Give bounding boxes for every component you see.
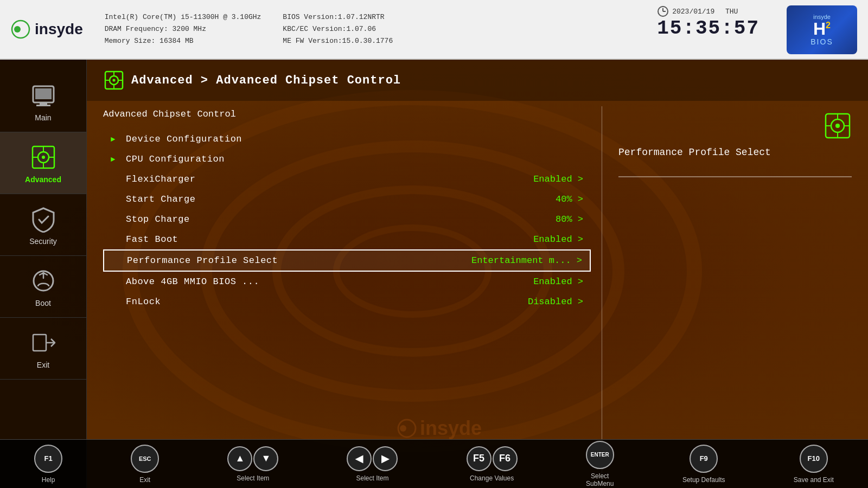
breadcrumb-icon (103, 69, 125, 91)
sidebar-item-security[interactable]: Security (0, 194, 86, 256)
label-f5f6: Change Values (470, 474, 514, 482)
help-text: Performance Profile Select (618, 145, 852, 160)
me-fw-version: ME FW Version:15.0.30.1776 (283, 35, 393, 47)
menu-item-start-charge[interactable]: ► Start Charge 40% > (103, 189, 591, 209)
key-f10: F10 (800, 445, 828, 473)
exit-icon (28, 328, 58, 357)
footer-btn-esc[interactable]: ESC Exit (131, 445, 159, 484)
svg-rect-12 (36, 105, 50, 106)
clock-icon (657, 5, 669, 17)
sidebar-item-exit[interactable]: Exit (0, 318, 86, 380)
sidebar-item-main[interactable]: Main (0, 70, 86, 132)
svg-point-15 (42, 156, 45, 159)
day-display: THU (725, 8, 738, 16)
menu-item-cpu-config[interactable]: ► CPU Configuration (103, 149, 591, 169)
date-display: 2023/01/19 (672, 8, 714, 16)
bios-version: BIOS Version:1.07.12NRTR (283, 11, 393, 23)
h2bios-logo: insyde H2 BIOS (787, 5, 857, 54)
label-esc: Exit (139, 476, 150, 484)
section-title: Advanced Chipset Control (103, 109, 591, 119)
sidebar: Main Advanced (0, 60, 87, 488)
label-flexi-charger: FlexiCharger (126, 174, 522, 184)
cpu-info: Intel(R) Core(TM) i5-11300H @ 3.10GHz (105, 11, 261, 23)
h2bios-h-label: H2 (813, 20, 831, 37)
menu-right: Performance Profile Select (602, 101, 868, 488)
key-f5: F5 (467, 446, 492, 471)
menu-item-perf-profile[interactable]: ► Performance Profile Select Entertainme… (103, 249, 591, 272)
dram-info: DRAM Frequency: 3200 MHz (105, 23, 261, 35)
help-icon-area (618, 112, 852, 140)
menu-item-fast-boot[interactable]: ► Fast Boot Enabled > (103, 229, 591, 249)
menu-item-above-4gb[interactable]: ► Above 4GB MMIO BIOS ... Enabled > (103, 272, 591, 292)
menu-item-device-config[interactable]: ► Device Configuration (103, 129, 591, 149)
svg-point-1 (14, 26, 21, 33)
key-updown-pair: ▲ ▼ (227, 446, 278, 471)
menu-item-flexi-charger[interactable]: ► FlexiCharger Enabled > (103, 169, 591, 189)
bios-info: BIOS Version:1.07.12NRTR KBC/EC Version:… (283, 11, 393, 47)
label-fnlock: FnLock (126, 297, 517, 307)
menu-item-stop-charge[interactable]: ► Stop Charge 80% > (103, 209, 591, 229)
help-advanced-icon (824, 112, 852, 140)
value-perf-profile: Entertainment m... > (471, 255, 582, 266)
label-updown: Select Item (237, 474, 269, 482)
insyde-logo-icon (11, 20, 30, 39)
arrow-cpu-config: ► (111, 155, 119, 164)
key-left: ◀ (347, 446, 372, 471)
value-stop-charge: 80% > (556, 214, 583, 224)
key-f5f6-pair: F5 F6 (467, 446, 518, 471)
label-f1: Help (42, 476, 55, 484)
content-area: Advanced > Advanced Chipset Control Adva… (87, 60, 868, 488)
main-area: Main Advanced (0, 60, 868, 488)
footer-btn-f1[interactable]: F1 Help (34, 445, 62, 484)
footer-btn-f5f6[interactable]: F5 F6 Change Values (467, 446, 518, 482)
footer-btn-enter[interactable]: ENTER SelectSubMenu (586, 441, 614, 487)
time-display: 15:35:57 (657, 17, 760, 40)
kbc-version: KBC/EC Version:1.07.06 (283, 23, 393, 35)
key-f6: F6 (493, 446, 518, 471)
menu-item-fnlock[interactable]: ► FnLock Disabled > (103, 292, 591, 312)
menu-content: Advanced Chipset Control ► Device Config… (87, 101, 868, 488)
key-down: ▼ (253, 446, 278, 471)
breadcrumb-text: Advanced > Advanced Chipset Control (131, 74, 401, 87)
value-above-4gb: Enabled > (533, 277, 583, 287)
key-esc: ESC (131, 445, 159, 473)
svg-rect-10 (35, 88, 52, 99)
sidebar-item-boot[interactable]: Boot (0, 256, 86, 318)
sidebar-item-advanced[interactable]: Advanced (0, 132, 86, 194)
footer: F1 Help ESC Exit ▲ ▼ Select Item ◀ ▶ Sel… (0, 439, 868, 488)
sidebar-security-label: Security (29, 237, 57, 246)
label-fast-boot: Fast Boot (126, 234, 522, 245)
key-right: ▶ (373, 446, 398, 471)
key-up: ▲ (227, 446, 252, 471)
key-f1: F1 (34, 445, 62, 473)
help-divider (618, 176, 852, 177)
svg-point-32 (835, 124, 840, 128)
svg-rect-11 (40, 102, 47, 105)
svg-point-25 (113, 79, 116, 82)
arrow-device-config: ► (111, 135, 119, 144)
footer-btn-lr[interactable]: ◀ ▶ Select Item (347, 446, 398, 482)
label-above-4gb: Above 4GB MMIO BIOS ... (126, 277, 522, 287)
label-enter: SelectSubMenu (586, 472, 614, 487)
header: insyde Intel(R) Core(TM) i5-11300H @ 3.1… (0, 0, 868, 60)
logo-area: insyde (11, 20, 83, 39)
label-device-config: Device Configuration (126, 134, 583, 144)
sidebar-advanced-label: Advanced (25, 175, 61, 184)
footer-btn-updown[interactable]: ▲ ▼ Select Item (227, 446, 278, 482)
footer-btn-f9[interactable]: F9 Setup Defaults (682, 445, 725, 484)
value-start-charge: 40% > (556, 194, 583, 204)
key-f9: F9 (690, 445, 718, 473)
label-perf-profile: Performance Profile Select (127, 255, 461, 266)
clock-area: 2023/01/19 THU 15:35:57 (657, 5, 760, 40)
value-flexi-charger: Enabled > (533, 174, 583, 184)
breadcrumb: Advanced > Advanced Chipset Control (87, 60, 868, 101)
logo-text: insyde (35, 21, 83, 38)
label-cpu-config: CPU Configuration (126, 154, 583, 164)
security-icon (28, 204, 58, 234)
main-icon (28, 80, 58, 110)
boot-icon (28, 266, 58, 296)
footer-btn-f10[interactable]: F10 Save and Exit (794, 445, 834, 484)
svg-rect-21 (33, 335, 46, 351)
sidebar-exit-label: Exit (37, 361, 49, 369)
label-stop-charge: Stop Charge (126, 214, 545, 224)
